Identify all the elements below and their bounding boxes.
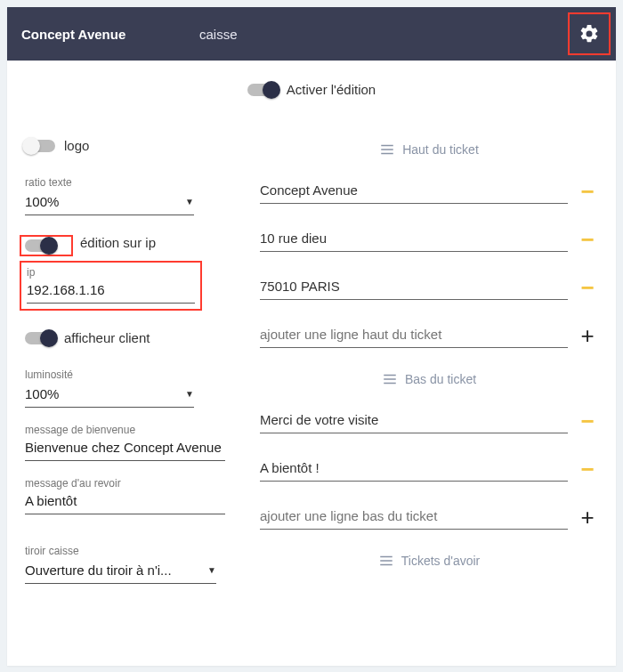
haut-ticket-heading: Haut du ticket — [260, 142, 598, 158]
bas-line-row: − — [260, 457, 598, 482]
bienvenue-label: message de bienvenue — [25, 424, 239, 436]
haut-add-row: + — [260, 323, 598, 348]
add-line-button[interactable]: + — [577, 506, 598, 528]
haut-line-row: − — [260, 227, 598, 252]
afficheur-label: afficheur client — [64, 330, 150, 345]
chevron-down-icon: ▼ — [185, 197, 194, 206]
remove-line-button[interactable]: − — [577, 181, 598, 202]
luminosite-select[interactable]: 100% ▼ — [25, 383, 194, 408]
activate-edition-toggle[interactable] — [247, 84, 278, 96]
bas-line-input[interactable] — [260, 409, 568, 433]
tiroir-label: tiroir caisse — [25, 545, 239, 557]
haut-line-row: − — [260, 275, 598, 300]
header-subtitle: caisse — [199, 27, 238, 42]
avoir-heading: Tickets d'avoir — [260, 553, 598, 569]
remove-line-button[interactable]: − — [577, 410, 598, 432]
ratio-value: 100% — [25, 194, 59, 209]
add-line-button[interactable]: + — [577, 325, 598, 346]
haut-line-input[interactable] — [260, 179, 568, 204]
ratio-label: ratio texte — [25, 176, 239, 189]
haut-add-input[interactable] — [260, 323, 568, 348]
tiroir-select[interactable]: Ouverture du tiroir à n'i... ▼ — [25, 559, 216, 584]
logo-label: logo — [64, 138, 89, 153]
bas-line-input[interactable] — [260, 457, 568, 482]
activate-edition-label: Activer l'édition — [287, 82, 376, 97]
ratio-select[interactable]: 100% ▼ — [25, 190, 194, 215]
header-title: Concept Avenue — [21, 27, 199, 42]
aurevoir-input[interactable] — [25, 491, 225, 514]
settings-button[interactable] — [568, 12, 611, 55]
haut-line-input[interactable] — [260, 275, 568, 300]
header: Concept Avenue caisse — [7, 7, 616, 61]
afficheur-toggle[interactable] — [25, 332, 55, 344]
haut-line-input[interactable] — [260, 227, 568, 252]
luminosite-label: luminosité — [25, 368, 239, 381]
aurevoir-label: message d'au revoir — [25, 477, 239, 490]
chevron-down-icon: ▼ — [185, 389, 194, 399]
ip-label: ip — [27, 266, 195, 279]
bas-ticket-heading: Bas du ticket — [260, 371, 598, 387]
gear-icon — [578, 23, 600, 45]
remove-line-button[interactable]: − — [577, 277, 598, 298]
remove-line-button[interactable]: − — [577, 458, 598, 480]
luminosite-value: 100% — [25, 386, 59, 401]
bas-add-row: + — [260, 505, 598, 530]
edition-ip-label: édition sur ip — [80, 235, 294, 250]
bienvenue-input[interactable] — [25, 438, 225, 461]
chevron-down-icon: ▼ — [207, 565, 216, 575]
logo-toggle[interactable] — [25, 140, 55, 152]
tiroir-value: Ouverture du tiroir à n'i... — [25, 563, 172, 578]
list-icon — [378, 553, 394, 569]
edition-ip-toggle[interactable] — [25, 239, 55, 252]
bas-line-row: − — [260, 409, 598, 433]
list-icon — [382, 371, 398, 387]
haut-line-row: − — [260, 179, 598, 204]
bas-add-input[interactable] — [260, 505, 568, 530]
remove-line-button[interactable]: − — [577, 229, 598, 250]
ip-input[interactable] — [27, 280, 195, 304]
list-icon — [379, 142, 395, 158]
